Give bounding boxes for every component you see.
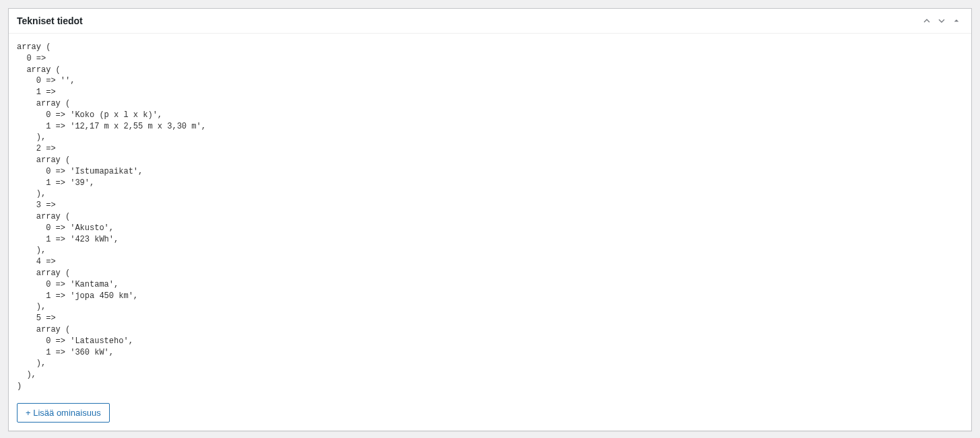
metabox-header: Tekniset tiedot: [9, 9, 971, 34]
toggle-collapse-button[interactable]: [950, 14, 963, 28]
debug-array-output: array ( 0 => array ( 0 => '', 1 => array…: [17, 42, 963, 392]
caret-up-icon: [951, 15, 962, 26]
metabox-body: array ( 0 => array ( 0 => '', 1 => array…: [9, 34, 971, 431]
chevron-up-icon: [921, 15, 932, 26]
move-down-button[interactable]: [935, 14, 948, 28]
chevron-down-icon: [936, 15, 947, 26]
add-property-button[interactable]: + Lisää ominaisuus: [17, 403, 110, 423]
metabox-tekniset-tiedot: Tekniset tiedot array ( 0 => array ( 0 =…: [8, 8, 972, 431]
move-up-button[interactable]: [920, 14, 934, 28]
metabox-controls: [920, 14, 963, 28]
metabox-title: Tekniset tiedot: [17, 15, 83, 26]
